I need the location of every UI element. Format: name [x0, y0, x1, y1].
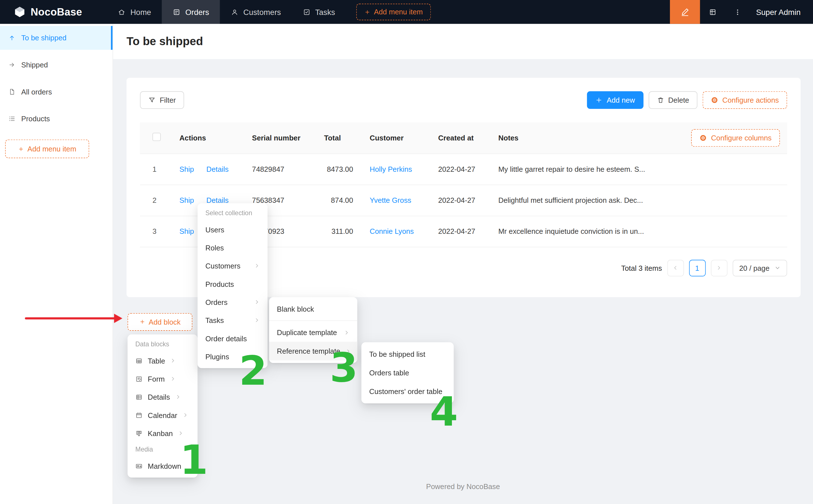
ship-link[interactable]: Ship: [179, 227, 194, 235]
menu-item-label: Table: [148, 356, 165, 365]
menu-divider: [269, 320, 357, 321]
select-all-checkbox[interactable]: [152, 133, 161, 141]
ellipsis-vertical-icon: [733, 8, 741, 16]
menu-item-blank-block[interactable]: Blank block: [269, 300, 357, 318]
created-at-cell: 2022-04-27: [430, 185, 490, 216]
annotation-arrow: [25, 314, 122, 323]
collection-manager-button[interactable]: [700, 0, 725, 24]
column-header-actions: Actions: [171, 122, 244, 153]
nav-item-label: Customers: [243, 8, 281, 16]
pagination-page-1[interactable]: 1: [689, 259, 706, 276]
nav-item-customers[interactable]: Customers: [220, 0, 292, 24]
chevron-right-icon: [170, 358, 176, 364]
sidebar-item-label: To be shipped: [21, 34, 66, 42]
notes-cell: My little garret repair to desire he est…: [490, 153, 787, 184]
menu-item-duplicate-template[interactable]: Duplicate template: [269, 323, 357, 342]
arrow-right-icon: [8, 61, 16, 69]
configure-actions-button[interactable]: Configure actions: [703, 91, 787, 109]
menu-item-label: To be shipped list: [369, 350, 425, 358]
annotation-step-3: 3: [330, 347, 358, 388]
file-icon: [8, 88, 16, 96]
sidebar-item-label: All orders: [21, 88, 52, 96]
menu-item-label: Duplicate template: [277, 328, 337, 336]
add-new-button[interactable]: Add new: [587, 91, 643, 109]
page-title: To be shipped: [126, 35, 203, 48]
sidebar-item-products[interactable]: Products: [0, 107, 113, 131]
page-header: To be shipped: [113, 24, 813, 59]
nav-item-home[interactable]: Home: [107, 0, 162, 24]
chevron-right-icon: [170, 376, 175, 382]
menu-item-to-be-shipped-list[interactable]: To be shipped list: [361, 345, 454, 364]
menu-item-tasks[interactable]: Tasks: [197, 311, 267, 329]
table-icon: [135, 357, 143, 364]
sidebar-add-menu-item-button[interactable]: Add menu item: [5, 140, 89, 158]
menu-item-products[interactable]: Products: [197, 275, 267, 293]
add-block-button[interactable]: Add block: [128, 313, 192, 331]
menu-item-label: Plugins: [205, 352, 229, 360]
menu-item-details[interactable]: Details: [128, 388, 197, 406]
page-size-value: 20 / page: [739, 264, 769, 272]
gear-icon: [711, 96, 718, 104]
menu-group-label: Data blocks: [128, 337, 197, 351]
arrow-up-icon: [8, 34, 16, 41]
menu-item-label: Calendar: [148, 411, 177, 419]
serial-cell: 74829847: [244, 153, 316, 184]
menu-item-customers[interactable]: Customers: [197, 257, 267, 275]
menu-item-label: Users: [205, 225, 224, 234]
menu-item-table[interactable]: Table: [128, 352, 197, 370]
chevron-left-icon: [673, 265, 678, 270]
details-link[interactable]: Details: [206, 165, 229, 173]
nocobase-logo[interactable]: NocoBase: [0, 0, 91, 24]
user-menu[interactable]: Super Admin: [750, 8, 813, 16]
pagination-prev-button[interactable]: [667, 259, 684, 276]
menu-item-form[interactable]: Form: [128, 370, 197, 388]
sidebar-item-label: Shipped: [21, 61, 48, 69]
chevron-right-icon: [183, 412, 188, 418]
menu-item-orders[interactable]: Orders: [197, 293, 267, 311]
configure-columns-button[interactable]: Configure columns: [691, 129, 780, 147]
sidebar: To be shipped Shipped All orders Product…: [0, 24, 113, 504]
customer-link[interactable]: Holly Perkins: [370, 165, 412, 173]
menu-item-order-details[interactable]: Order details: [197, 329, 267, 347]
plus-icon: [364, 9, 370, 15]
filter-button[interactable]: Filter: [140, 91, 184, 109]
nav-item-orders[interactable]: Orders: [162, 0, 220, 24]
menu-item-users[interactable]: Users: [197, 220, 267, 238]
calendar-icon: [135, 411, 143, 419]
sidebar-item-to-be-shipped[interactable]: To be shipped: [0, 26, 113, 50]
menu-item-label: Customers: [205, 262, 240, 270]
gear-icon: [700, 134, 707, 142]
page-size-select[interactable]: 20 / page: [733, 259, 787, 276]
column-header-customer: Customer: [361, 122, 430, 153]
menu-item-roles[interactable]: Roles: [197, 239, 267, 257]
total-cell: 874.00: [316, 185, 361, 216]
delete-button[interactable]: Delete: [649, 91, 698, 109]
row-index: 1: [152, 165, 156, 173]
chevron-right-icon: [254, 263, 260, 268]
ui-editor-button[interactable]: [670, 0, 700, 24]
nav-item-label: Orders: [185, 8, 209, 16]
ship-link[interactable]: Ship: [179, 196, 194, 204]
sidebar-item-shipped[interactable]: Shipped: [0, 53, 113, 77]
table-toolbar: Filter Add new Delete Conf: [140, 91, 787, 109]
menu-item-label: Products: [205, 280, 234, 288]
customers-icon: [231, 8, 239, 16]
menu-item-label: Orders table: [369, 369, 409, 377]
customer-link[interactable]: Connie Lyons: [370, 227, 414, 235]
menu-item-orders-table[interactable]: Orders table: [361, 364, 454, 382]
menu-item-calendar[interactable]: Calendar: [128, 406, 197, 424]
column-header-total: Total: [316, 122, 361, 153]
ship-link[interactable]: Ship: [179, 165, 194, 173]
topnav-add-menu-item-button[interactable]: Add menu item: [356, 4, 431, 20]
menu-group-label: Select collection: [197, 206, 267, 220]
pagination-next-button[interactable]: [711, 259, 727, 276]
sidebar-item-all-orders[interactable]: All orders: [0, 80, 113, 104]
table-header-row: Actions Serial number Total Customer Cre…: [140, 122, 787, 153]
nav-item-tasks[interactable]: Tasks: [292, 0, 346, 24]
created-at-cell: 2022-04-27: [430, 216, 490, 247]
form-icon: [135, 375, 143, 382]
trash-icon: [657, 96, 664, 104]
menu-item-label: Form: [148, 375, 165, 383]
customer-link[interactable]: Yvette Gross: [370, 196, 411, 204]
more-menu-button[interactable]: [725, 0, 750, 24]
